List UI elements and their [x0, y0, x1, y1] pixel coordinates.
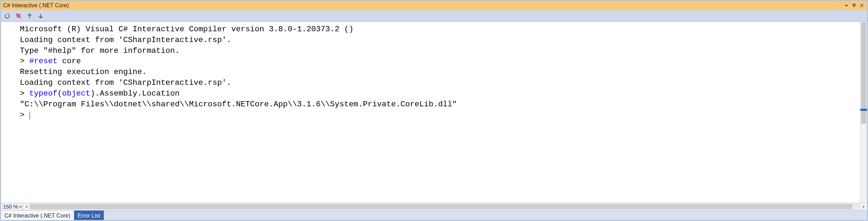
reset-button[interactable]	[2, 11, 12, 21]
output-line: Microsoft (R) Visual C# Interactive Comp…	[20, 25, 354, 34]
keyword: typeof	[29, 89, 57, 98]
horizontal-scroll-track[interactable]	[30, 203, 861, 210]
title-bar: C# Interactive (.NET Core)	[1, 1, 867, 10]
window-options-icon[interactable]	[843, 2, 850, 9]
code: ).Assembly.Location	[90, 89, 180, 98]
keyword: object	[62, 89, 90, 98]
text-caret	[30, 112, 30, 120]
prompt: >	[20, 89, 29, 98]
bottom-tab-bar: C# Interactive (.NET Core) Error List	[1, 210, 867, 220]
output-line: Loading context from 'CSharpInteractive.…	[20, 78, 231, 87]
chevron-down-icon	[19, 205, 22, 208]
content-area: Microsoft (R) Visual C# Interactive Comp…	[1, 22, 867, 203]
output-line: Type "#help" for more information.	[20, 46, 180, 55]
directive-arg: core	[57, 57, 81, 66]
horizontal-scrollbar[interactable]	[23, 203, 867, 210]
output-line: Loading context from 'CSharpInteractive.…	[20, 35, 231, 44]
output-line: Resetting execution engine.	[20, 67, 147, 76]
zoom-dropdown[interactable]: 150 %	[1, 203, 23, 210]
close-icon[interactable]	[858, 2, 866, 9]
scroll-left-icon[interactable]	[23, 203, 30, 210]
history-down-button[interactable]	[36, 11, 46, 21]
scroll-right-icon[interactable]	[861, 203, 867, 210]
vertical-scrollbar[interactable]	[860, 22, 867, 203]
tab-label: Error List	[78, 213, 100, 219]
window-title: C# Interactive (.NET Core)	[3, 2, 843, 9]
tab-csharp-interactive[interactable]: C# Interactive (.NET Core)	[1, 211, 74, 220]
prompt: >	[20, 57, 29, 66]
clear-button[interactable]	[14, 11, 23, 21]
tab-error-list[interactable]: Error List	[74, 211, 104, 220]
code: (	[57, 89, 62, 98]
zoom-value: 150 %	[3, 204, 18, 210]
output-line: "C:\\Program Files\\dotnet\\shared\\Micr…	[20, 100, 457, 109]
tab-label: C# Interactive (.NET Core)	[5, 213, 70, 219]
pin-icon[interactable]	[850, 2, 858, 9]
horizontal-scroll-thumb[interactable]	[30, 204, 853, 209]
csharp-interactive-window: C# Interactive (.NET Core)	[0, 0, 868, 221]
status-row: 150 %	[1, 203, 867, 210]
history-up-button[interactable]	[25, 11, 34, 21]
console-output[interactable]: Microsoft (R) Visual C# Interactive Comp…	[1, 22, 860, 203]
scroll-marker	[860, 109, 867, 111]
toolbar	[1, 10, 867, 22]
prompt: >	[20, 110, 29, 120]
directive: #reset	[29, 57, 57, 66]
